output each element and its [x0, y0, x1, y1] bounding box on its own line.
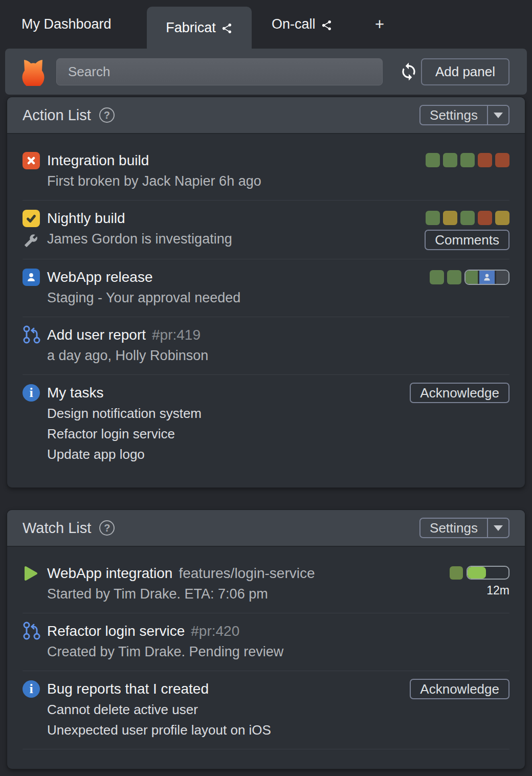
build-subtitle: First broken by Jack Napier 6h ago — [47, 171, 419, 191]
build-title[interactable]: Integration build — [47, 152, 149, 169]
tab-bar: My Dashboard Fabricat On-call + — [0, 0, 532, 49]
watch-row-pull-request[interactable]: Refactor login service #pr:420 Created b… — [23, 613, 509, 671]
watch-row-bug-reports[interactable]: i Bug reports that I created Cannot dele… — [23, 671, 509, 749]
build-title[interactable]: WebApp integration — [47, 565, 172, 582]
tab-on-call[interactable]: On-call — [272, 0, 332, 49]
build-subtitle: Staging - Your approval needed — [47, 287, 424, 308]
build-status-square[interactable] — [478, 211, 492, 225]
app-logo-cat-icon — [19, 57, 47, 86]
build-status-square[interactable] — [450, 566, 463, 580]
action-row-pull-request[interactable]: Add user report #pr:419 a day ago, Holly… — [23, 317, 509, 375]
pr-title[interactable]: Add user report — [47, 327, 146, 343]
watch-row-webapp-integration[interactable]: WebApp integration features/login-servic… — [23, 547, 509, 613]
build-title[interactable]: Nightly build — [47, 210, 125, 227]
bugs-title[interactable]: Bug reports that I created — [47, 681, 209, 697]
refresh-icon — [399, 62, 418, 81]
build-status-square[interactable] — [426, 211, 440, 225]
refresh-button[interactable] — [398, 61, 419, 82]
tab-fabricat-label: Fabricat — [166, 20, 216, 36]
action-row-nightly-build[interactable]: Nightly build James Gordon is investigat… — [23, 201, 509, 259]
wrench-icon — [24, 234, 38, 248]
chevron-down-icon — [494, 113, 503, 118]
share-icon — [221, 23, 233, 34]
pull-request-icon — [23, 325, 41, 344]
bug-item[interactable]: Unexpected user profile layout on iOS — [47, 720, 404, 740]
add-panel-button[interactable]: Add panel — [421, 58, 509, 85]
task-item[interactable]: Update app logo — [47, 444, 404, 464]
panel-title: Action List — [23, 107, 91, 124]
settings-label: Settings — [420, 519, 487, 537]
pr-number: #pr:419 — [152, 327, 201, 343]
watch-list-body: WebApp integration features/login-servic… — [7, 547, 525, 749]
tab-my-dashboard[interactable]: My Dashboard — [21, 0, 112, 49]
settings-button[interactable]: Settings — [419, 105, 509, 125]
plus-icon: + — [375, 15, 384, 34]
progress-fill — [468, 567, 486, 579]
action-row-my-tasks[interactable]: i My tasks Design notification system Re… — [23, 375, 509, 473]
acknowledge-button[interactable]: Acknowledge — [410, 679, 509, 699]
action-row-integration-build[interactable]: Integration build First broken by Jack N… — [23, 134, 509, 201]
tasks-title[interactable]: My tasks — [47, 385, 103, 401]
build-history-squares — [426, 211, 509, 225]
build-failed-icon — [23, 152, 40, 169]
approval-pill[interactable] — [464, 270, 509, 285]
build-subtitle: Started by Tim Drake. ETA: 7:06 pm — [47, 584, 444, 604]
build-status-square[interactable] — [443, 153, 457, 167]
toolbar: Add panel — [5, 49, 527, 95]
tab-on-call-label: On-call — [272, 16, 316, 32]
pr-subtitle: Created by Tim Drake. Pending review — [47, 641, 509, 662]
new-tab-button[interactable]: + — [375, 0, 384, 49]
build-status-square[interactable] — [460, 153, 475, 167]
build-status-square[interactable] — [430, 270, 444, 284]
pr-title[interactable]: Refactor login service — [47, 623, 185, 639]
info-icon: i — [23, 680, 40, 698]
approval-person-icon — [23, 269, 40, 286]
help-icon[interactable]: ? — [99, 520, 115, 536]
build-title[interactable]: WebApp release — [47, 269, 153, 285]
settings-label: Settings — [420, 106, 487, 124]
bug-item[interactable]: Cannot delete active user — [47, 699, 404, 720]
chevron-down-icon — [494, 525, 503, 531]
share-icon — [321, 19, 332, 31]
settings-button[interactable]: Settings — [419, 518, 509, 538]
build-status-square[interactable] — [443, 211, 457, 225]
task-item[interactable]: Design notification system — [47, 403, 404, 424]
tab-my-dashboard-label: My Dashboard — [21, 16, 112, 32]
approval-segment-user — [479, 271, 495, 284]
build-history-squares — [426, 153, 509, 167]
build-status-square[interactable] — [447, 270, 461, 284]
tab-fabricat[interactable]: Fabricat — [147, 7, 252, 49]
acknowledge-button[interactable]: Acknowledge — [410, 383, 509, 403]
panel-action-list: Action List ? Settings Integration build… — [7, 97, 525, 487]
pull-request-icon — [23, 621, 41, 640]
info-icon: i — [23, 384, 40, 402]
build-success-icon — [23, 210, 40, 227]
task-item[interactable]: Refactor login service — [47, 424, 404, 444]
help-icon[interactable]: ? — [99, 107, 115, 123]
branch-name: features/login-service — [179, 565, 315, 582]
running-play-icon — [23, 565, 39, 582]
action-list-header: Action List ? Settings — [7, 97, 525, 134]
build-progress-bar — [467, 566, 509, 580]
build-status-square[interactable] — [460, 211, 475, 225]
build-status-square[interactable] — [426, 153, 440, 167]
build-history-squares — [430, 270, 509, 285]
action-row-webapp-release[interactable]: WebApp release Staging - Your approval n… — [23, 259, 509, 317]
pr-subtitle: a day ago, Holly Robinson — [47, 345, 509, 366]
pr-number: #pr:420 — [191, 623, 239, 639]
build-status-square[interactable] — [495, 211, 509, 225]
panel-watch-list: Watch List ? Settings WebApp integration… — [7, 510, 525, 769]
settings-dropdown-caret[interactable] — [487, 106, 508, 124]
watch-list-header: Watch List ? Settings — [7, 510, 525, 547]
action-list-body: Integration build First broken by Jack N… — [7, 134, 525, 473]
build-subtitle: James Gordon is investigating — [47, 229, 418, 249]
build-status-square[interactable] — [478, 153, 492, 167]
settings-dropdown-caret[interactable] — [487, 519, 508, 537]
search-input[interactable] — [56, 58, 383, 85]
time-remaining: 12m — [486, 584, 509, 596]
build-status-square[interactable] — [495, 153, 509, 167]
panel-title: Watch List — [23, 520, 91, 537]
approval-segment-success — [465, 271, 478, 284]
approval-segment-pending — [496, 271, 508, 284]
comments-button[interactable]: Comments — [425, 230, 509, 250]
